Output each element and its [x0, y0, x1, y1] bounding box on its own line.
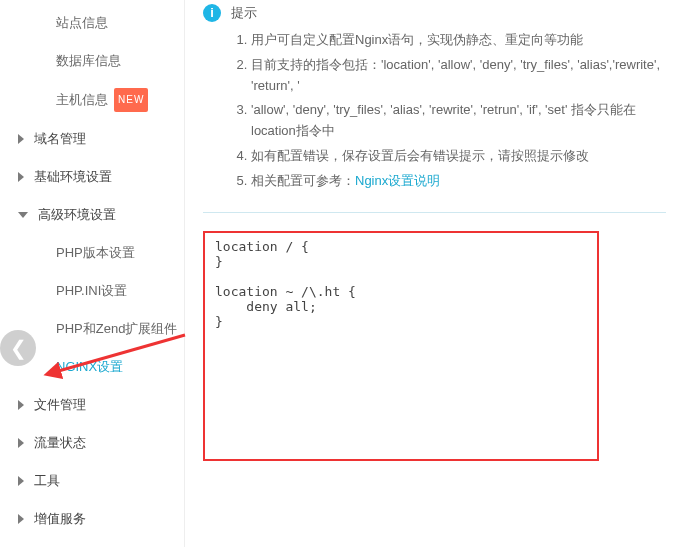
chevron-right-icon	[18, 438, 24, 448]
sidebar-item-file-mgmt[interactable]: 文件管理	[0, 386, 184, 424]
label: 主机信息	[56, 89, 108, 111]
label: 文件管理	[34, 394, 86, 416]
nginx-config-editor[interactable]: location / { } location ~ /\.ht { deny a…	[203, 231, 599, 461]
scroll-left-button[interactable]: ❮	[0, 330, 36, 366]
sidebar-item-traffic-status[interactable]: 流量状态	[0, 424, 184, 462]
chevron-down-icon	[18, 212, 28, 218]
sidebar-item-value-added[interactable]: 增值服务	[0, 500, 184, 538]
label: 域名管理	[34, 128, 86, 150]
sidebar-item-php-version[interactable]: PHP版本设置	[0, 234, 184, 272]
tip-line: 目前支持的指令包括：'location', 'allow', 'deny', '…	[251, 55, 666, 97]
label: 工具	[34, 470, 60, 492]
info-icon: i	[203, 4, 221, 22]
chevron-right-icon	[18, 514, 24, 524]
chevron-right-icon	[18, 134, 24, 144]
label: PHP.INI设置	[56, 280, 127, 302]
tip-list: 用户可自定义配置Nginx语句，实现伪静态、重定向等功能 目前支持的指令包括：'…	[231, 30, 666, 192]
label: NGINX设置	[56, 356, 123, 378]
label: 增值服务	[34, 508, 86, 530]
chevron-right-icon	[18, 400, 24, 410]
sidebar-item-php-ini[interactable]: PHP.INI设置	[0, 272, 184, 310]
sidebar-item-domain-mgmt[interactable]: 域名管理	[0, 120, 184, 158]
label: 流量状态	[34, 432, 86, 454]
label: 高级环境设置	[38, 204, 116, 226]
new-badge: NEW	[114, 88, 148, 112]
tip-line: 相关配置可参考：Nginx设置说明	[251, 171, 666, 192]
sidebar-item-host-info[interactable]: 主机信息NEW	[0, 80, 184, 120]
sidebar-item-advanced-env[interactable]: 高级环境设置	[0, 196, 184, 234]
chevron-right-icon	[18, 172, 24, 182]
chevron-right-icon	[18, 476, 24, 486]
sidebar-item-database-info[interactable]: 数据库信息	[0, 42, 184, 80]
tip-title: 提示	[231, 4, 666, 22]
chevron-left-icon: ❮	[10, 336, 27, 360]
tip-line: 如有配置错误，保存设置后会有错误提示，请按照提示修改	[251, 146, 666, 167]
label: PHP和Zend扩展组件	[56, 318, 177, 340]
label: PHP版本设置	[56, 242, 135, 264]
sidebar-item-tools[interactable]: 工具	[0, 462, 184, 500]
label: 数据库信息	[56, 50, 121, 72]
tip-box: i 提示 用户可自定义配置Nginx语句，实现伪静态、重定向等功能 目前支持的指…	[203, 4, 666, 213]
sidebar: 站点信息 数据库信息 主机信息NEW 域名管理 基础环境设置 高级环境设置 PH…	[0, 0, 185, 547]
sidebar-item-site-info[interactable]: 站点信息	[0, 4, 184, 42]
nginx-doc-link[interactable]: Nginx设置说明	[355, 173, 440, 188]
label: 站点信息	[56, 12, 108, 34]
tip-line: 用户可自定义配置Nginx语句，实现伪静态、重定向等功能	[251, 30, 666, 51]
content: i 提示 用户可自定义配置Nginx语句，实现伪静态、重定向等功能 目前支持的指…	[185, 0, 674, 547]
tip-line: 'allow', 'deny', 'try_files', 'alias', '…	[251, 100, 666, 142]
sidebar-item-basic-env[interactable]: 基础环境设置	[0, 158, 184, 196]
label: 基础环境设置	[34, 166, 112, 188]
